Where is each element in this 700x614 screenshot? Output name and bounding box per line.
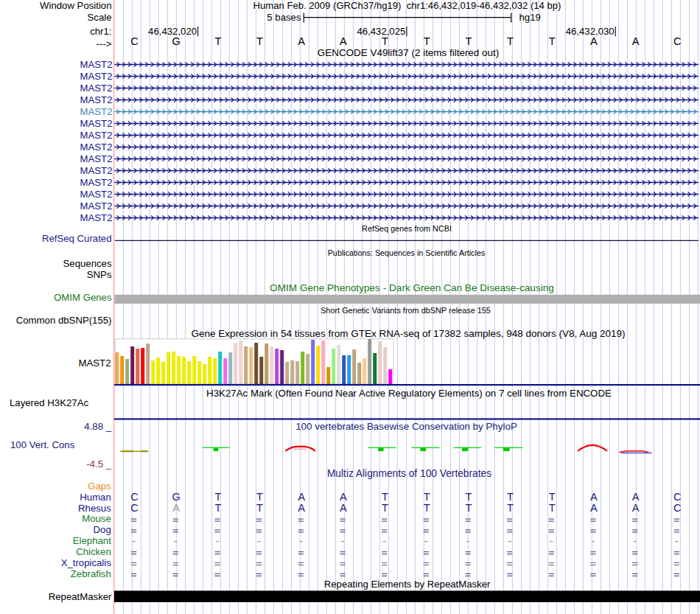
svg-text:MAST2: MAST2 (80, 153, 113, 164)
svg-text:A: A (298, 35, 305, 47)
svg-text:Gene Expression in 54 tissues: Gene Expression in 54 tissues from GTEx … (191, 328, 625, 339)
svg-text:MAST2: MAST2 (80, 71, 113, 82)
svg-text:100 vertebrates Basewise Conse: 100 vertebrates Basewise Conservation by… (295, 421, 517, 432)
svg-text:Chicken: Chicken (76, 546, 111, 557)
svg-text:C: C (673, 35, 682, 47)
svg-text:T: T (382, 502, 388, 514)
svg-text:T: T (256, 502, 263, 514)
svg-text:T: T (549, 35, 556, 47)
svg-text:--->: ---> (97, 38, 112, 49)
svg-text:Repeating Elements by RepeatMa: Repeating Elements by RepeatMasker (324, 579, 491, 590)
svg-text:A: A (590, 35, 598, 47)
svg-text:4.88 _: 4.88 _ (84, 421, 111, 432)
svg-text:Rhesus: Rhesus (78, 503, 111, 514)
svg-text:Multiz Alignments of 100 Verte: Multiz Alignments of 100 Vertebrates (327, 468, 491, 479)
svg-text:T: T (465, 502, 472, 514)
svg-text:G: G (172, 491, 181, 503)
svg-text:T: T (549, 502, 556, 514)
svg-text:RepeatMasker: RepeatMasker (49, 591, 112, 602)
svg-text:T: T (465, 35, 472, 47)
svg-text:MAST2: MAST2 (80, 106, 113, 117)
svg-text:MAST2: MAST2 (80, 59, 113, 70)
svg-text:T: T (256, 35, 263, 47)
svg-text:T: T (214, 491, 221, 503)
svg-text:RefSeq genes from NCBI: RefSeq genes from NCBI (362, 224, 452, 233)
svg-text:A: A (632, 491, 640, 503)
svg-text:T: T (549, 491, 556, 503)
svg-text:C: C (673, 491, 682, 503)
svg-text:G: G (172, 35, 181, 47)
svg-text:Window Position: Window Position (40, 0, 111, 11)
svg-text:Mouse: Mouse (82, 513, 111, 524)
svg-text:C: C (130, 502, 139, 514)
svg-text:T: T (424, 491, 430, 503)
svg-text:MAST2: MAST2 (80, 83, 113, 94)
svg-text:A: A (340, 502, 347, 514)
svg-text:Common dbSNP(155): Common dbSNP(155) (16, 315, 112, 326)
svg-text:RefSeq Curated: RefSeq Curated (42, 233, 112, 244)
svg-text:Human: Human (80, 492, 111, 503)
svg-text:chr1:: chr1: (90, 26, 111, 37)
svg-text:C: C (130, 491, 139, 503)
svg-text:OMIM Genes: OMIM Genes (54, 292, 112, 303)
svg-text:T: T (214, 502, 221, 514)
svg-text:100 Vert. Cons: 100 Vert. Cons (10, 439, 75, 450)
svg-text:Layered H3K27Ac: Layered H3K27Ac (10, 397, 88, 408)
svg-text:T: T (382, 35, 388, 47)
svg-text:T: T (465, 491, 472, 503)
svg-text:T: T (507, 35, 514, 47)
svg-text:MAST2: MAST2 (79, 357, 111, 369)
svg-text:5 bases: 5 bases (267, 12, 301, 23)
svg-text:Zebrafish: Zebrafish (71, 568, 111, 579)
svg-text:T: T (214, 35, 221, 47)
svg-text:MAST2: MAST2 (80, 130, 113, 141)
svg-text:A: A (340, 35, 347, 47)
svg-text:MAST2: MAST2 (80, 200, 113, 212)
svg-text:H3K27Ac Mark (Often Found Near: H3K27Ac Mark (Often Found Near Active Re… (206, 388, 612, 399)
svg-text:T: T (256, 491, 263, 503)
svg-text:Sequences: Sequences (63, 258, 112, 269)
svg-text:C: C (130, 35, 139, 47)
svg-text:A: A (340, 491, 347, 503)
svg-text:Scale: Scale (88, 12, 112, 23)
svg-text:C: C (673, 502, 682, 514)
svg-text:A: A (298, 491, 305, 503)
svg-text:T: T (424, 502, 430, 514)
svg-text:MAST2: MAST2 (80, 165, 113, 176)
svg-text:MAST2: MAST2 (80, 189, 113, 200)
svg-text:Elephant: Elephant (73, 535, 111, 546)
svg-text:Gaps: Gaps (88, 481, 111, 492)
svg-text:A: A (590, 491, 598, 503)
svg-text:Short Genetic Variants from db: Short Genetic Variants from dbSNP releas… (321, 306, 491, 315)
svg-text:MAST2: MAST2 (80, 177, 113, 188)
svg-text:A: A (632, 502, 640, 514)
svg-text:MAST2: MAST2 (80, 118, 113, 129)
svg-text:hg19: hg19 (519, 12, 541, 23)
svg-text:T: T (507, 491, 514, 503)
svg-text:T: T (507, 502, 514, 514)
svg-text:A: A (632, 35, 640, 47)
svg-text:Human Feb. 2009 (GRCh37/hg19): Human Feb. 2009 (GRCh37/hg19) chr1:46,43… (253, 0, 561, 11)
svg-text:T: T (424, 35, 430, 47)
svg-text:Dog: Dog (94, 524, 111, 535)
svg-text:-4.5 _: -4.5 _ (86, 458, 111, 470)
svg-text:MAST2: MAST2 (80, 142, 113, 153)
svg-text:Publications: Sequences in Sci: Publications: Sequences in Scientific Ar… (328, 248, 486, 257)
svg-text:T: T (382, 491, 388, 503)
svg-text:MAST2: MAST2 (80, 94, 113, 105)
svg-text:OMIM Gene Phenotypes - Dark Gr: OMIM Gene Phenotypes - Dark Green Can Be… (270, 282, 554, 293)
svg-text:X_tropicalis: X_tropicalis (61, 557, 112, 568)
svg-text:A: A (172, 502, 180, 514)
svg-text:A: A (298, 502, 305, 514)
svg-text:MAST2: MAST2 (80, 212, 113, 223)
svg-text:SNPs: SNPs (87, 269, 112, 280)
svg-text:GENCODE V49lift37 (2 items fil: GENCODE V49lift37 (2 items filtered out) (318, 47, 499, 58)
svg-text:A: A (590, 502, 598, 514)
